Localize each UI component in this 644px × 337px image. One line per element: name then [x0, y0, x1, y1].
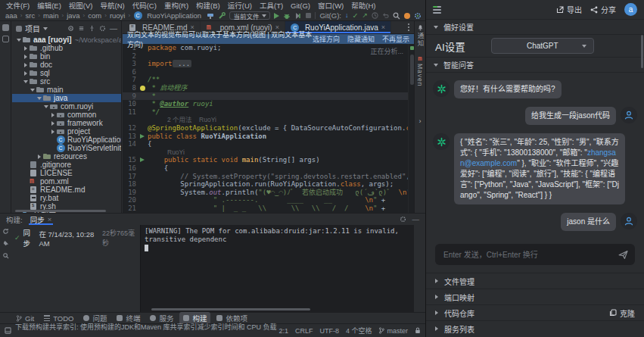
tree-row[interactable]: resources: [12, 152, 121, 161]
build-project-icon[interactable]: [207, 12, 214, 20]
send-icon[interactable]: [618, 250, 628, 260]
stripe-expand-chevron-icon[interactable]: ›: [419, 117, 422, 125]
console-hscrollbar[interactable]: [151, 308, 310, 310]
menu-item[interactable]: 构建(B): [192, 0, 224, 11]
code-editor[interactable]: 1package com.ruoyi;23import ...67/**8 * …: [123, 44, 408, 213]
banner-action-choose-direction[interactable]: 选择方向: [313, 34, 340, 44]
close-icon[interactable]: ×: [381, 23, 385, 31]
hide-tool-icon[interactable]: —: [110, 24, 117, 33]
breadcrumb-item[interactable]: ruoyi: [108, 11, 127, 20]
build-console[interactable]: [WARNING] The POM for com.alibaba:druid:…: [140, 225, 414, 312]
breadcrumb-item[interactable]: src: [24, 11, 37, 20]
tree-row[interactable]: doc: [12, 61, 121, 69]
run-configuration-select[interactable]: 当前文件: [229, 11, 270, 20]
chevron-down-icon[interactable]: [22, 80, 29, 83]
chevron-right-icon[interactable]: [22, 55, 29, 59]
build-settings-gear-icon[interactable]: [400, 216, 406, 223]
menu-item[interactable]: 文件(F): [2, 0, 33, 11]
tree-row[interactable]: java: [12, 94, 121, 102]
notifications-stripe-label[interactable]: 通知: [415, 33, 425, 47]
run-with-coverage-icon[interactable]: [294, 12, 302, 20]
chevron-right-icon[interactable]: [49, 113, 56, 117]
run-gutter-icon[interactable]: [140, 158, 145, 162]
menu-hamburger-icon[interactable]: [433, 6, 441, 14]
editor-scroll-markers[interactable]: [408, 44, 414, 213]
line-separator[interactable]: CRLF: [295, 327, 313, 335]
filter-icon[interactable]: [2, 252, 9, 259]
tree-row[interactable]: pom.xml: [12, 177, 121, 186]
tree-row[interactable]: common: [12, 111, 121, 119]
tree-row[interactable]: README.md: [12, 186, 121, 194]
section-smart-qa[interactable]: 智能问答: [426, 58, 644, 73]
menu-item[interactable]: 视图(V): [65, 0, 97, 11]
project-stripe-icon[interactable]: [2, 24, 9, 31]
tree-row[interactable]: RuoYiApplication: [12, 136, 121, 144]
breadcrumb-item[interactable]: aaa: [4, 11, 19, 20]
debug-icon[interactable]: [283, 12, 291, 20]
commit-stripe-icon[interactable]: [2, 36, 9, 42]
tree-row[interactable]: framework: [12, 119, 121, 127]
breadcrumb-item[interactable]: com: [86, 11, 103, 20]
search-everywhere-icon[interactable]: [393, 12, 400, 20]
banner-action-dont-show[interactable]: 不再显示: [382, 34, 409, 44]
tree-row[interactable]: com.ruoyi: [12, 102, 121, 111]
vcs-update-icon[interactable]: ↓: [345, 12, 349, 19]
maven-stripe-icon[interactable]: m: [418, 55, 422, 62]
collapsible-section[interactable]: 端口映射: [426, 289, 644, 304]
section-preferences[interactable]: 偏好设置: [426, 20, 644, 35]
user-avatar[interactable]: a: [624, 3, 637, 16]
layout-status-icon[interactable]: [5, 327, 11, 334]
collapse-all-icon[interactable]: [89, 25, 95, 32]
banner-action-hide[interactable]: 隐藏通知: [347, 34, 375, 44]
collapsible-section[interactable]: 服务列表: [426, 320, 644, 336]
chevron-down-icon[interactable]: [15, 39, 22, 42]
close-icon[interactable]: ×: [48, 215, 52, 223]
menu-item[interactable]: 运行(U): [224, 0, 256, 11]
tree-row[interactable]: ry.bat: [12, 194, 121, 202]
chevron-right-icon[interactable]: [22, 46, 29, 51]
caret-position[interactable]: 2:1: [278, 327, 288, 335]
project-tool-title[interactable]: 项目: [25, 23, 40, 34]
editor-scrollbar-thumb[interactable]: [410, 55, 414, 85]
tree-row[interactable]: LICENSE: [12, 169, 121, 177]
menu-item[interactable]: 重构(R): [160, 0, 192, 11]
run-button[interactable]: [274, 13, 279, 19]
project-tree-hscrollbar[interactable]: [15, 210, 106, 212]
share-button[interactable]: 分享: [590, 4, 616, 15]
chevron-right-icon[interactable]: [49, 121, 56, 126]
menu-item[interactable]: 窗口(W): [314, 0, 347, 11]
sync-status-row[interactable]: ✓ 同步 在 7/14/23, 10:28 AM 22秒765毫秒: [14, 227, 137, 248]
ai-panel-scrollbar[interactable]: [641, 35, 643, 68]
build-sync-tab[interactable]: 同步×: [29, 214, 54, 225]
status-message[interactable]: 下载预构建共享索引: 使用预构建的JDK和Maven 库共享索引减少索引时间和 …: [15, 322, 278, 332]
locate-file-icon[interactable]: [67, 25, 74, 32]
chevron-right-icon[interactable]: [22, 63, 29, 67]
menu-item[interactable]: 工具(T): [256, 0, 287, 11]
tree-row[interactable]: .github: [12, 44, 121, 52]
pin-icon[interactable]: [2, 240, 9, 247]
menu-item[interactable]: Git(G): [287, 2, 314, 10]
run-gutter-icon[interactable]: [140, 134, 145, 139]
vcs-commit-icon[interactable]: ✓: [352, 11, 358, 20]
wrench-icon[interactable]: [218, 12, 226, 20]
chevron-down-icon[interactable]: [29, 89, 36, 92]
tree-row[interactable]: .gitignore: [12, 161, 121, 169]
tree-row[interactable]: bin: [12, 52, 121, 61]
maven-stripe-label[interactable]: Maven: [416, 64, 424, 87]
tree-row[interactable]: project: [12, 127, 121, 136]
export-button[interactable]: 导出: [556, 4, 582, 15]
tree-row[interactable]: src: [12, 77, 121, 86]
breadcrumb-file[interactable]: RuoYiApplication: [132, 11, 203, 20]
notifications-dot-icon[interactable]: [404, 13, 410, 19]
build-hide-icon[interactable]: —: [412, 215, 420, 223]
chevron-down-icon[interactable]: [36, 97, 42, 100]
chevron-down-icon[interactable]: [42, 105, 49, 108]
chevron-right-icon[interactable]: [36, 154, 42, 159]
breadcrumb-item[interactable]: java: [65, 11, 81, 20]
file-encoding[interactable]: UTF-8: [319, 327, 339, 335]
vcs-push-icon[interactable]: ↗: [362, 12, 368, 19]
tree-row[interactable]: sql: [12, 69, 121, 77]
menu-item[interactable]: 导航(N): [96, 0, 128, 11]
menu-item[interactable]: 代码(C): [129, 0, 160, 11]
clone-button[interactable]: 克隆: [609, 307, 635, 319]
